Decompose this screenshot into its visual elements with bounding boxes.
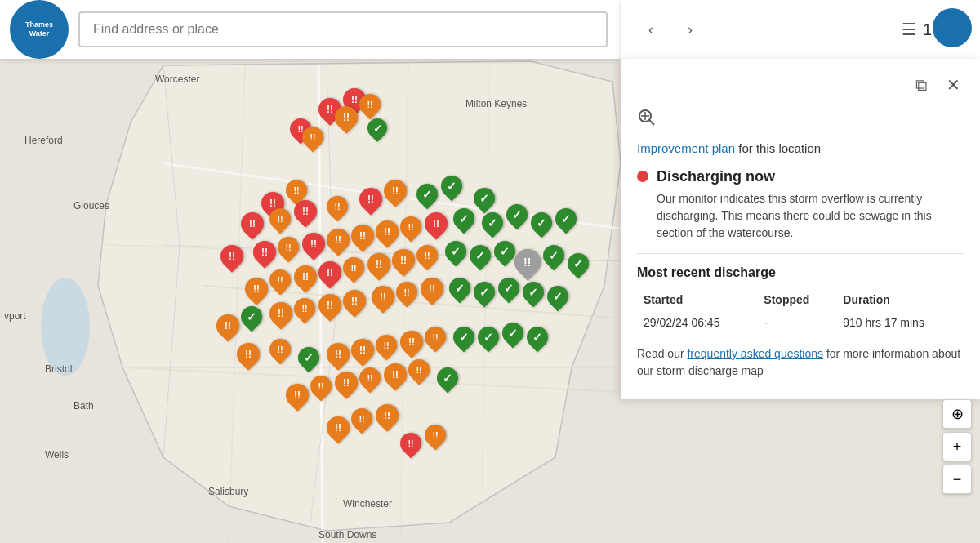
col-stopped: Stopped [757,290,836,313]
logo-text: Thames Water [25,20,53,38]
nav-arrows: ‹ › [638,16,703,42]
expand-button[interactable]: ⧉ [912,72,930,98]
svg-point-1 [41,278,90,376]
faq-link[interactable]: frequently asked questions [687,347,823,360]
faq-prefix: Read our [637,347,687,360]
list-icon: ☰ [902,20,916,39]
pagination-bar: ‹ › ☰ 1 of 2 [621,0,980,59]
close-button[interactable]: ✕ [943,72,964,98]
locate-button[interactable]: ⊕ [942,399,972,429]
zoom-icon-row [637,108,964,130]
thames-water-logo[interactable]: Thames Water [10,0,69,59]
col-started: Started [637,290,757,313]
user-avatar[interactable] [933,8,972,47]
zoom-in-button[interactable]: + [942,432,972,461]
search-input[interactable] [78,11,608,47]
divider [637,253,964,254]
faq-row: Read our frequently asked questions for … [637,345,964,380]
prev-button[interactable]: ‹ [638,16,664,42]
zoom-to-location-button[interactable] [637,108,655,130]
next-button[interactable]: › [677,16,703,42]
improvement-plan-suffix: for this location [735,141,821,155]
discharge-row: 29/02/24 06:45 - 910 hrs 17 mins [637,313,964,332]
stopped-value: - [757,313,836,332]
discharging-desc: Our monitor indicates this storm overflo… [657,190,964,242]
info-panel: ⧉ ✕ Improvement plan for this location D… [621,59,980,399]
panel-actions: ⧉ ✕ [637,72,964,98]
duration-value: 910 hrs 17 mins [836,313,964,332]
zoom-out-button[interactable]: − [942,465,972,494]
svg-line-11 [649,120,654,125]
discharge-table: Started Stopped Duration 29/02/24 06:45 … [637,290,964,332]
discharging-title: Discharging now [657,168,964,185]
col-duration: Duration [836,290,964,313]
header: Thames Water [0,0,621,59]
discharge-section-title: Most recent discharge [637,265,964,280]
discharging-section: Discharging now Our monitor indicates th… [637,168,964,242]
improvement-plan-row: Improvement plan for this location [637,141,964,155]
started-value: 29/02/24 06:45 [637,313,757,332]
map-controls: ⊕ + − [942,399,972,494]
improvement-plan-link[interactable]: Improvement plan [637,141,735,155]
discharging-indicator [637,171,648,182]
discharging-content: Discharging now Our monitor indicates th… [657,168,964,242]
